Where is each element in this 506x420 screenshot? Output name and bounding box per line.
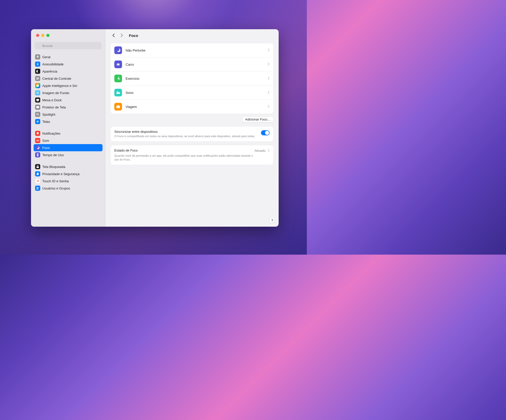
help-button[interactable]: ?	[269, 217, 275, 223]
chevron-right-icon	[268, 62, 270, 67]
svg-point-21	[118, 77, 119, 77]
sidebar-item-imagem-de-fundo[interactable]: Imagem de Fundo	[34, 89, 103, 96]
sidebar-item-geral[interactable]: Geral	[34, 53, 103, 61]
chevron-right-icon	[268, 148, 270, 153]
sidebar-item-privacidade-e-segurança[interactable]: Privacidade e Segurança	[34, 170, 103, 177]
sidebar-item-foco[interactable]: Foco	[34, 144, 103, 151]
sidebar-item-acessibilidade[interactable]: Acessibilidade	[34, 61, 103, 68]
sidebar-item-notificações[interactable]: Notificações	[34, 130, 103, 137]
sidebar-item-label: Spotlight	[42, 113, 55, 116]
sidebar-nav[interactable]: GeralAcessibilidadeAparênciaCentral de C…	[31, 52, 105, 227]
focus-mode-sono[interactable]: Sono	[111, 86, 273, 100]
sidebar-item-protetor-de-tela[interactable]: Protetor de Tela	[34, 104, 103, 111]
sidebar-item-label: Notificações	[42, 132, 60, 135]
sidebar-item-label: Usuários e Grupos	[42, 186, 70, 190]
svg-line-16	[38, 115, 39, 116]
svg-rect-24	[117, 92, 118, 92]
sidebar-item-label: Foco	[42, 146, 50, 150]
status-title: Estado de Foco	[114, 148, 255, 152]
svg-point-19	[37, 187, 38, 188]
sidebar-item-apple-intelligence-e-siri[interactable]: Apple Intelligence e Siri	[34, 82, 103, 89]
focus-mode-viagem[interactable]: Viagem	[111, 100, 273, 114]
svg-rect-14	[37, 108, 38, 108]
chevron-right-icon	[268, 104, 270, 109]
briefcase-icon	[114, 103, 122, 111]
svg-rect-13	[36, 106, 39, 108]
window-controls	[31, 29, 105, 42]
svg-rect-12	[37, 101, 39, 102]
settings-window: GeralAcessibilidadeAparênciaCentral de C…	[31, 29, 279, 227]
gear-icon	[35, 54, 40, 59]
focus-modes-panel: Não PerturbeCarroExercícioSonoViagem	[110, 43, 274, 114]
svg-rect-11	[36, 99, 39, 101]
svg-point-15	[37, 113, 38, 115]
sidebar-item-label: Protetor de Tela	[42, 105, 66, 109]
svg-point-20	[38, 187, 39, 188]
focus-mode-label: Viagem	[126, 105, 264, 109]
sidebar-item-som[interactable]: Som	[34, 137, 103, 144]
sidebar: GeralAcessibilidadeAparênciaCentral de C…	[31, 29, 105, 227]
search-input[interactable]	[35, 42, 102, 49]
forward-button[interactable]	[119, 32, 125, 38]
accessibility-icon	[35, 62, 40, 67]
chevron-right-icon	[268, 76, 270, 81]
svg-point-6	[37, 78, 37, 78]
svg-rect-22	[116, 92, 120, 94]
fingerprint-icon	[35, 178, 40, 184]
focus-mode-label: Não Perturbe	[126, 48, 264, 52]
sidebar-item-label: Apple Intelligence e Siri	[42, 84, 77, 88]
sidebar-item-touch-id-e-senha[interactable]: Touch ID e Senha	[34, 177, 103, 185]
sidebar-item-tela-bloqueada[interactable]: Tela Bloqueada	[34, 163, 103, 170]
users-icon	[35, 186, 40, 191]
sidebar-item-label: Mesa e Dock	[42, 98, 62, 102]
displays-icon	[35, 119, 40, 124]
sidebar-item-mesa-e-dock[interactable]: Mesa e Dock	[34, 96, 103, 104]
sidebar-item-central-de-controle[interactable]: Central de Controle	[34, 75, 103, 82]
sidebar-item-tempo-de-uso[interactable]: Tempo de Uso	[34, 151, 103, 158]
sound-icon	[35, 138, 40, 143]
hand-icon	[35, 171, 40, 176]
focus-mode-label: Exercício	[126, 77, 264, 81]
minimize-button[interactable]	[41, 34, 44, 37]
sync-toggle[interactable]	[261, 130, 270, 135]
sidebar-item-spotlight[interactable]: Spotlight	[34, 111, 103, 118]
sidebar-item-aparência[interactable]: Aparência	[34, 68, 103, 75]
chevron-right-icon	[268, 90, 270, 95]
sidebar-item-usuários-e-grupos[interactable]: Usuários e Grupos	[34, 185, 103, 192]
add-focus-row: Adicionar Foco…	[110, 116, 274, 122]
sidebar-item-label: Aparência	[42, 69, 57, 73]
focus-mode-carro[interactable]: Carro	[111, 57, 273, 72]
screensaver-icon	[35, 105, 40, 110]
back-button[interactable]	[110, 32, 117, 38]
search-container	[31, 42, 105, 52]
search-icon	[35, 112, 40, 117]
lock-icon	[35, 164, 40, 169]
bed-icon	[114, 89, 122, 96]
focus-status-panel[interactable]: Estado de Foco Ativado Quando você dá pe…	[110, 145, 274, 165]
sidebar-item-label: Imagem de Fundo	[42, 91, 69, 95]
content-area: Não PerturbeCarroExercícioSonoViagem Adi…	[105, 42, 279, 227]
svg-point-7	[38, 79, 39, 79]
focus-mode-label: Carro	[126, 63, 264, 66]
focus-mode-label: Sono	[126, 91, 264, 95]
main-content: Foco Não PerturbeCarroExercícioSonoViage…	[105, 29, 279, 227]
wallpaper-icon	[35, 90, 40, 95]
control-center-icon	[35, 76, 40, 81]
focus-mode-exercício[interactable]: Exercício	[111, 72, 273, 86]
sidebar-item-label: Acessibilidade	[42, 62, 64, 66]
add-focus-button[interactable]: Adicionar Foco…	[242, 116, 274, 122]
svg-rect-5	[36, 79, 39, 79]
header: Foco	[105, 29, 279, 42]
sync-description: O Foco é compartilhado em todos os seus …	[114, 134, 258, 138]
car-icon	[114, 61, 122, 68]
focus-mode-não-perturbe[interactable]: Não Perturbe	[111, 43, 273, 57]
svg-rect-25	[116, 106, 120, 108]
svg-rect-4	[36, 78, 39, 78]
svg-point-10	[37, 92, 38, 93]
zoom-button[interactable]	[46, 34, 49, 37]
dock-icon	[35, 97, 40, 103]
sidebar-item-telas[interactable]: Telas	[34, 118, 103, 125]
status-value: Ativado	[255, 149, 266, 153]
close-button[interactable]	[36, 34, 39, 37]
svg-point-8	[36, 84, 39, 87]
